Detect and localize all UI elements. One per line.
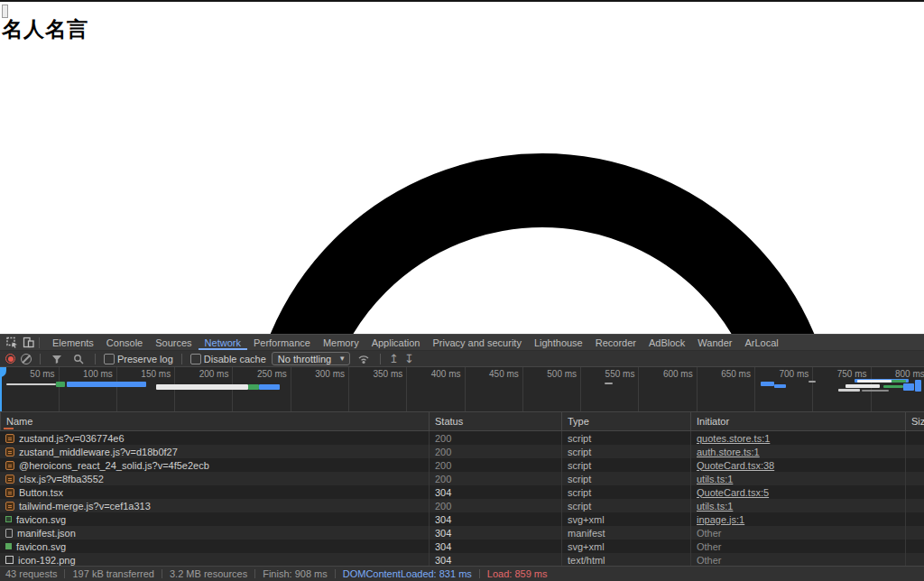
request-status: 200 [429,431,561,445]
network-request-row[interactable]: favicon.svg304svg+xmlinpage.js:1 [0,512,924,526]
inspect-element-icon[interactable] [4,336,20,350]
clear-button[interactable] [21,354,32,364]
loading-spinner-ring [247,153,837,334]
img-file-icon [5,556,14,564]
divider [380,354,381,364]
import-har-icon[interactable]: ↥ [389,353,399,364]
initiator-link[interactable]: quotes.store.ts:1 [697,433,770,444]
timeline-tick-label: 150 ms [118,369,171,379]
script-file-icon [5,447,14,456]
waterfall-bar [838,389,860,392]
timeline-gridline [580,367,581,411]
request-size [905,512,924,526]
network-request-row[interactable]: zustand.js?v=036774e6200scriptquotes.sto… [0,431,924,445]
network-request-row[interactable]: tailwind-merge.js?v=cef1a313200scriptuti… [0,499,924,512]
devtools-tab-recorder[interactable]: Recorder [589,335,642,350]
request-type: script [561,445,690,458]
svg-filled-file-icon [5,543,12,549]
waterfall-bar [862,390,889,392]
timeline-tick-label: 50 ms [3,369,55,379]
request-status: 304 [429,553,561,567]
network-request-row[interactable]: favicon.svg304svg+xmlOther [0,540,924,553]
disable-cache-label: Disable cache [204,354,266,364]
divider [40,354,41,364]
preserve-log-toggle[interactable]: Preserve log [104,354,173,364]
throttling-value: No throttling [278,354,331,364]
request-name: clsx.js?v=8fba3552 [19,474,104,484]
timeline-gridline [697,367,698,411]
devtools-tab-memory[interactable]: Memory [317,335,365,350]
devtools-tab-sources[interactable]: Sources [149,335,198,350]
initiator-link[interactable]: utils.ts:1 [697,474,733,484]
request-type: text/html [561,553,690,567]
request-type: script [561,472,690,485]
request-name: Button.tsx [19,487,63,498]
preserve-log-checkbox[interactable] [104,354,115,364]
devtools-tab-arlocal[interactable]: ArLocal [738,335,784,350]
request-name: zustand_middleware.js?v=d18b0f27 [19,447,178,457]
network-request-row[interactable]: Button.tsx304scriptQuoteCard.tsx:5 [0,485,924,499]
request-name: manifest.json [17,528,76,539]
divider [254,569,255,578]
devtools-tab-wander[interactable]: Wander [691,335,738,350]
top-border-line [0,0,924,2]
column-header-type[interactable]: Type [561,412,690,430]
divider [64,569,65,578]
waterfall-bar [56,382,65,387]
timeline-gridline [465,367,466,411]
devtools-tab-console[interactable]: Console [100,335,149,350]
request-size [905,485,924,499]
devtools-tab-performance[interactable]: Performance [247,335,317,350]
divider [95,354,96,364]
devtools-tab-adblock[interactable]: AdBlock [642,335,691,350]
devtools-tab-lighthouse[interactable]: Lighthouse [528,335,589,350]
column-header-name[interactable]: Name [0,412,429,430]
column-header-initiator[interactable]: Initiator [690,412,905,430]
table-header: NameStatusTypeInitiatorSize [0,412,924,431]
request-status: 304 [429,540,561,553]
initiator-link[interactable]: utils.ts:1 [697,501,733,512]
request-status: 200 [429,499,561,512]
initiator-text: Other [697,555,722,566]
request-name: icon-192.png [18,555,76,566]
network-request-row[interactable]: zustand_middleware.js?v=d18b0f27200scrip… [0,445,924,458]
network-request-row[interactable]: icon-192.png304text/htmlOther [0,553,924,567]
devtools-tab-application[interactable]: Application [365,335,427,350]
initiator-link[interactable]: QuoteCard.tsx:5 [697,487,769,498]
request-size [905,458,924,472]
timeline-tick-label: 650 ms [698,369,751,379]
request-status: 304 [429,526,561,540]
network-toolbar: Preserve log Disable cache No throttling… [0,351,924,367]
network-request-row[interactable]: manifest.json304manifestOther [0,526,924,540]
initiator-link[interactable]: inpage.js:1 [697,514,744,525]
timeline-tick-label: 300 ms [292,369,345,379]
devtools-tab-elements[interactable]: Elements [46,335,100,350]
network-request-row[interactable]: @heroicons_react_24_solid.js?v=4f5e2ecb2… [0,458,924,472]
disable-cache-checkbox[interactable] [190,354,201,364]
request-size [905,499,924,512]
device-toolbar-icon[interactable] [20,336,36,350]
record-button[interactable] [5,354,15,364]
request-type: svg+xml [561,540,690,553]
filter-icon[interactable] [49,352,65,366]
disable-cache-toggle[interactable]: Disable cache [190,354,266,364]
divider [181,354,182,364]
throttling-dropdown[interactable]: No throttling ▼ [272,352,350,365]
search-icon[interactable] [70,352,87,366]
initiator-link[interactable]: QuoteCard.tsx:38 [697,460,774,471]
devtools-tab-network[interactable]: Network [199,335,247,350]
timeline-gridline [812,367,813,411]
request-status: 304 [429,485,561,499]
network-overview[interactable]: 50 ms100 ms150 ms200 ms250 ms300 ms350 m… [0,367,924,412]
column-header-status[interactable]: Status [429,412,561,430]
column-header-size[interactable]: Size [905,412,924,430]
devtools-tab-privacy-and-security[interactable]: Privacy and security [426,335,527,350]
initiator-link[interactable]: auth.store.ts:1 [697,447,760,457]
export-har-icon[interactable]: ↧ [404,353,414,364]
request-size [905,526,924,540]
timeline-gridline [638,367,639,411]
timeline-tick-label: 450 ms [467,369,519,379]
waterfall-bar [259,384,280,390]
network-request-row[interactable]: clsx.js?v=8fba3552200scriptutils.ts:1 [0,472,924,485]
network-conditions-icon[interactable] [356,352,372,366]
